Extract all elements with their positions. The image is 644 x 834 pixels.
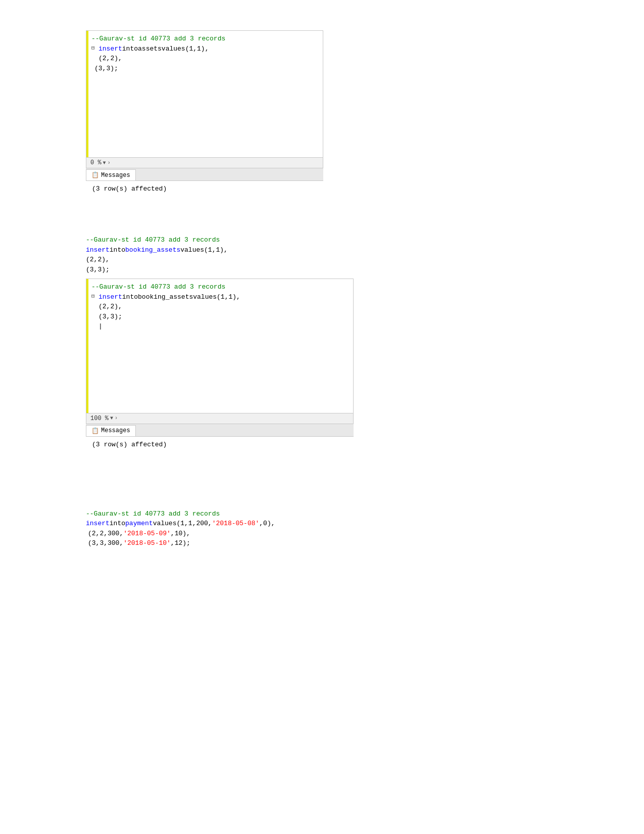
plain-into-s3: into <box>110 519 125 529</box>
editor-footer-2: 100 % ▼ › <box>86 413 353 424</box>
messages-tab-row-2: 📋 Messages <box>86 424 354 437</box>
zoom-control-1: 0 % ▼ › <box>90 159 111 166</box>
zoom-arrow-right-1[interactable]: › <box>108 160 111 166</box>
sql-standalone-3: --Gaurav-st id 40773 add 3 records inser… <box>81 501 644 552</box>
gap-2 <box>81 452 644 483</box>
comment-standalone-2: --Gaurav-st id 40773 add 3 records <box>86 235 220 245</box>
code-line-2-2: (2,2), <box>86 302 349 312</box>
row2-1: (2,2), <box>98 54 122 64</box>
cursor-2: | <box>98 321 103 332</box>
standalone-row3-3: (3,3,300, '2018-05-10' ,12); <box>81 538 644 548</box>
page-container: --Gaurav-st id 40773 add 3 records ⊟ ins… <box>0 30 644 552</box>
output-text-1: (3 row(s) affected) <box>92 185 167 193</box>
row3-1: (3,3); <box>94 64 118 74</box>
paren-2: (1,1), <box>217 292 240 302</box>
messages-tabbar-1: 📋 Messages <box>86 168 323 181</box>
zoom-label-2: 100 % <box>90 415 109 422</box>
standalone-row3-2: (3,3); <box>81 265 644 275</box>
standalone-insert-3: insert into payment values (1,1,200, '20… <box>81 519 644 529</box>
plain-into-1: into <box>122 44 138 54</box>
standalone-comment-3: --Gaurav-st id 40773 add 3 records <box>81 509 644 519</box>
row3-plain-s3: (3,3,300, <box>88 538 123 548</box>
collapse-icon-2[interactable]: ⊟ <box>91 292 97 301</box>
collapse-icon-1[interactable]: ⊟ <box>91 44 97 53</box>
gap-3 <box>81 483 644 501</box>
code-line-2-1: (2,2), <box>86 54 319 64</box>
kw-insert-1: insert <box>98 44 122 54</box>
row3-2: (3,3); <box>98 312 122 322</box>
row2-plain-s3: (2,2,300, <box>88 529 123 539</box>
gap-1 <box>81 197 644 227</box>
code-line-insert-2: ⊟ insert into booking_assets values (1,1… <box>86 292 349 302</box>
plain-values-1: values <box>162 44 185 54</box>
comment-1: --Gaurav-st id 40773 add 3 records <box>91 34 225 44</box>
row2-2: (2,2), <box>98 302 122 312</box>
messages-tab-2[interactable]: 📋 Messages <box>86 425 136 436</box>
comment-2: --Gaurav-st id 40773 add 3 records <box>91 282 225 292</box>
table-assets-1: assets <box>138 44 162 54</box>
editor-block-2: --Gaurav-st id 40773 add 3 records ⊟ ins… <box>86 279 354 424</box>
standalone-insert-2: insert into booking_assets values (1,1), <box>81 245 644 255</box>
row3-s2: (3,3); <box>86 265 110 275</box>
messages-tabbar-2: 📋 Messages <box>86 424 354 437</box>
str-s3-2: '2018-05-09' <box>123 529 171 539</box>
code-line-3-1: (3,3); <box>86 64 319 74</box>
editor-empty-space-1 <box>86 73 319 154</box>
kw-insert-2: insert <box>98 292 122 302</box>
zoom-arrow-right-2[interactable]: › <box>115 415 118 421</box>
plain-into-2: into <box>122 292 138 302</box>
zoom-arrow-down-2[interactable]: ▼ <box>110 415 113 421</box>
str-s3-3: '2018-05-10' <box>123 538 171 548</box>
code-line-insert-1: ⊟ insert into assets values (1,1), <box>86 44 319 54</box>
output-1: (3 row(s) affected) <box>86 181 323 197</box>
standalone-row2-2: (2,2), <box>81 255 644 265</box>
table-s3: payment <box>125 519 153 529</box>
paren-s3: (1,1,200, <box>176 519 212 529</box>
output-text-2: (3 row(s) affected) <box>92 441 167 448</box>
end-s3-2: ,10), <box>171 529 190 539</box>
messages-tab-row-1: 📋 Messages <box>86 168 323 181</box>
paren-s2: (1,1), <box>204 245 228 255</box>
kw-insert-s3: insert <box>86 519 110 529</box>
plain-into-s2: into <box>110 245 125 255</box>
editor-footer-1: 0 % ▼ › <box>86 157 323 168</box>
standalone-row2-3: (2,2,300, '2018-05-09' ,10), <box>81 529 644 539</box>
plain-values-2: values <box>193 292 217 302</box>
zoom-label-1: 0 % <box>90 159 102 166</box>
code-line-cursor-2: | <box>86 321 349 332</box>
zoom-control-2: 100 % ▼ › <box>90 415 118 422</box>
row2-s2: (2,2), <box>86 255 110 265</box>
output-2: (3 row(s) affected) <box>86 437 354 452</box>
code-line-comment-1: --Gaurav-st id 40773 add 3 records <box>86 34 319 44</box>
messages-tab-1[interactable]: 📋 Messages <box>86 169 136 180</box>
standalone-comment-2: --Gaurav-st id 40773 add 3 records <box>81 235 644 245</box>
sql-standalone-2: --Gaurav-st id 40773 add 3 records inser… <box>81 227 644 279</box>
plain-values-s2: values <box>180 245 204 255</box>
messages-label-2: Messages <box>101 427 130 434</box>
editor-content-2: --Gaurav-st id 40773 add 3 records ⊟ ins… <box>86 279 353 413</box>
editor-empty-space-2 <box>86 332 349 410</box>
messages-icon-2: 📋 <box>91 427 99 435</box>
left-accent-2 <box>86 279 88 413</box>
table-s2: booking_assets <box>125 245 180 255</box>
kw-insert-s2: insert <box>86 245 110 255</box>
left-accent-1 <box>86 31 88 157</box>
plain-values-s3: values <box>153 519 177 529</box>
paren-1: (1,1), <box>185 44 209 54</box>
code-line-comment-2: --Gaurav-st id 40773 add 3 records <box>86 282 349 292</box>
zoom-arrow-down-1[interactable]: ▼ <box>103 160 106 166</box>
messages-icon-1: 📋 <box>91 171 99 179</box>
editor-block-1: --Gaurav-st id 40773 add 3 records ⊟ ins… <box>86 30 323 168</box>
comment-standalone-3: --Gaurav-st id 40773 add 3 records <box>86 509 220 519</box>
end-s3-3: ,12); <box>171 538 190 548</box>
editor-content-1: --Gaurav-st id 40773 add 3 records ⊟ ins… <box>86 31 323 157</box>
code-line-3-2: (3,3); <box>86 312 349 322</box>
messages-label-1: Messages <box>101 172 130 179</box>
end-s3-1: ,0), <box>259 519 275 529</box>
str-s3-1: '2018-05-08' <box>212 519 260 529</box>
table-2: booking_assets <box>138 292 193 302</box>
